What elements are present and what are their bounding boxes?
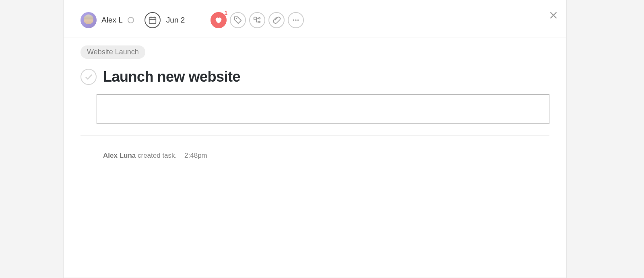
assignee-name: Alex L: [101, 16, 123, 25]
more-icon: [291, 16, 300, 25]
more-actions-button[interactable]: [288, 12, 304, 28]
activity-action: created task.: [136, 152, 177, 159]
task-body: Website Launch Launch new website Alex L…: [64, 37, 566, 160]
svg-point-10: [293, 19, 295, 21]
title-row: Launch new website: [80, 68, 549, 85]
task-title[interactable]: Launch new website: [103, 68, 240, 85]
activity-entry: Alex Luna created task. 2:48pm: [80, 136, 549, 160]
svg-point-9: [259, 21, 260, 23]
svg-point-6: [236, 18, 237, 19]
assignee-avatar: [80, 12, 97, 28]
like-button[interactable]: 1: [211, 12, 227, 28]
due-date-text: Jun 2: [166, 16, 185, 25]
tag-icon: [233, 16, 242, 25]
activity-time: 2:48pm: [184, 152, 207, 159]
calendar-icon-circle: [144, 12, 161, 28]
subtask-button[interactable]: [249, 12, 265, 28]
close-icon: [549, 11, 557, 19]
svg-rect-7: [254, 17, 256, 20]
assignee-status-dot: [128, 17, 134, 23]
svg-point-12: [297, 19, 299, 21]
activity-actor: Alex Luna: [103, 152, 136, 159]
action-buttons: 1: [211, 12, 304, 28]
assignee-button[interactable]: Alex L: [80, 12, 134, 28]
tag-button[interactable]: [230, 12, 246, 28]
complete-task-button[interactable]: [80, 69, 97, 85]
heart-icon: [214, 16, 223, 25]
task-detail-panel: Alex L Jun 2 1: [63, 0, 567, 278]
close-button[interactable]: [549, 11, 557, 19]
description-input[interactable]: [97, 94, 549, 124]
calendar-icon: [148, 16, 157, 25]
svg-rect-2: [149, 18, 156, 24]
svg-point-11: [295, 19, 297, 21]
svg-point-8: [259, 18, 260, 19]
task-header: Alex L Jun 2 1: [64, 0, 566, 37]
paperclip-icon: [272, 16, 281, 25]
like-count: 1: [225, 10, 228, 16]
check-icon: [84, 72, 93, 81]
project-chip[interactable]: Website Launch: [80, 45, 145, 59]
due-date-button[interactable]: Jun 2: [144, 12, 185, 28]
attachment-button[interactable]: [268, 12, 285, 28]
subtask-icon: [253, 16, 262, 25]
